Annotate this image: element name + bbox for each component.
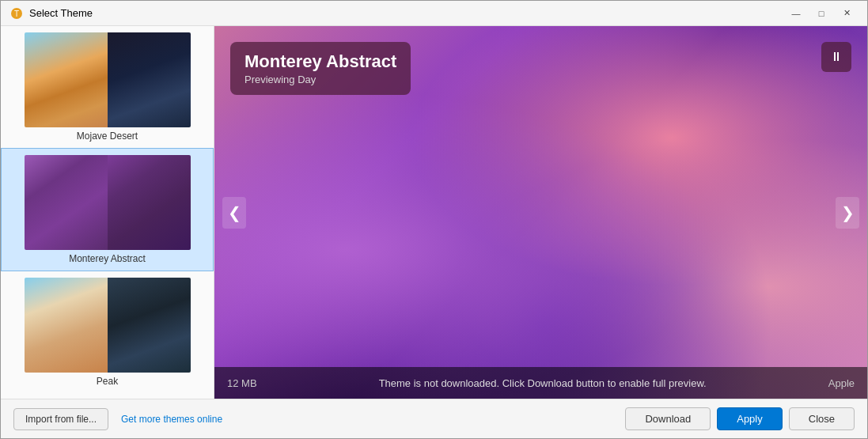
pause-button[interactable]: ⏸ (821, 42, 851, 72)
main-window: T Select Theme — □ ✕ Mojave Desert (0, 0, 868, 439)
theme-item-peak[interactable]: Peak (1, 271, 214, 393)
bottom-right-buttons: Download Apply Close (625, 407, 855, 430)
app-icon: T (10, 7, 23, 20)
mojave-night-thumb (108, 32, 191, 127)
window-title: Select Theme (29, 7, 93, 19)
peak-day-thumb (25, 278, 108, 373)
theme-sidebar: Mojave Desert Monterey Abstract Peak (1, 26, 214, 399)
get-more-themes-link[interactable]: Get more themes online (121, 414, 222, 425)
preview-info-bar: 12 MB Theme is not downloaded. Click Dow… (214, 367, 867, 399)
import-from-file-button[interactable]: Import from file... (13, 408, 108, 430)
mojave-day-thumb (25, 32, 108, 127)
mojave-label: Mojave Desert (77, 131, 138, 142)
title-bar: T Select Theme — □ ✕ (1, 1, 867, 26)
mojave-thumbnail (25, 32, 191, 127)
apply-button[interactable]: Apply (717, 407, 783, 430)
monterey-thumbnail (25, 155, 191, 250)
close-button[interactable]: Close (789, 407, 855, 430)
theme-item-mojave[interactable]: Mojave Desert (1, 26, 214, 148)
monterey-label: Monterey Abstract (69, 253, 146, 264)
preview-size: 12 MB (227, 377, 257, 389)
monterey-night-thumb (108, 155, 191, 250)
peak-night-thumb (108, 278, 191, 373)
preview-title-box: Monterey Abstract Previewing Day (230, 42, 411, 95)
peak-label: Peak (97, 376, 118, 387)
download-button[interactable]: Download (625, 407, 711, 430)
maximize-button[interactable]: □ (810, 5, 832, 22)
window-controls: — □ ✕ (785, 5, 858, 22)
svg-text:T: T (14, 9, 19, 18)
title-bar-left: T Select Theme (10, 7, 93, 20)
bottom-bar: Import from file... Get more themes onli… (1, 399, 867, 438)
nav-left-icon: ❮ (228, 203, 241, 222)
theme-item-monterey[interactable]: Monterey Abstract (1, 148, 214, 271)
preview-theme-name: Monterey Abstract (244, 51, 396, 72)
nav-right-icon: ❯ (841, 203, 855, 222)
peak-thumbnail (25, 278, 191, 373)
preview-subtitle: Previewing Day (244, 74, 396, 85)
main-content: Mojave Desert Monterey Abstract Peak (1, 26, 867, 399)
monterey-day-thumb (25, 155, 108, 250)
preview-prev-button[interactable]: ❮ (222, 197, 246, 229)
minimize-button[interactable]: — (785, 5, 807, 22)
preview-notice: Theme is not downloaded. Click Download … (273, 377, 813, 389)
close-window-button[interactable]: ✕ (836, 5, 858, 22)
pause-icon: ⏸ (830, 50, 843, 64)
preview-brand: Apple (828, 377, 855, 389)
preview-next-button[interactable]: ❯ (836, 197, 859, 229)
preview-area: Monterey Abstract Previewing Day ⏸ ❮ ❯ 1… (214, 26, 867, 399)
